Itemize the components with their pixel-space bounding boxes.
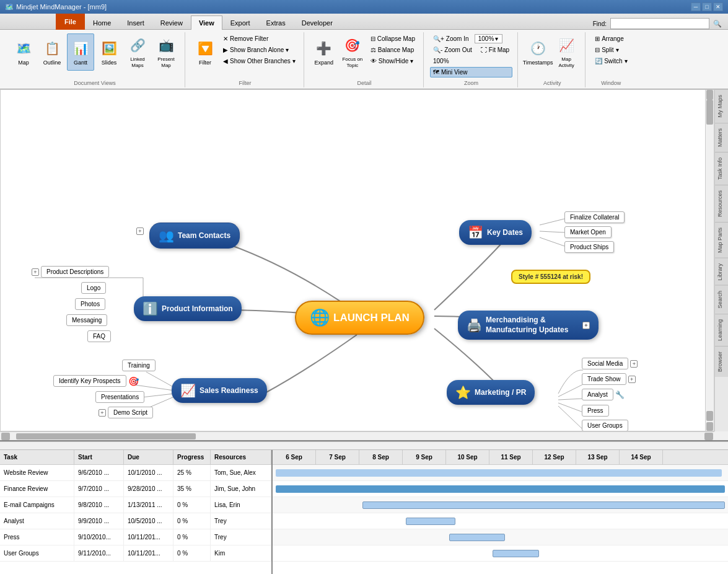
- expand-button[interactable]: ➕ Expand: [310, 33, 338, 71]
- gantt-row[interactable]: Press 9/10/2010... 10/11/201... 0 % Trey: [0, 529, 271, 545]
- progress-cell: 0 %: [173, 529, 211, 545]
- sidebar-tab-task-info[interactable]: Task Info: [715, 152, 729, 185]
- present-map-icon: 📺: [156, 35, 176, 55]
- main-area: 🌐 LAUNCH PLAN 👥 Team Contacts + 📅 Key Da…: [0, 89, 728, 574]
- mindmap-canvas[interactable]: 🌐 LAUNCH PLAN 👥 Team Contacts + 📅 Key Da…: [0, 89, 714, 431]
- zoom-in-icon: 🔍+: [433, 35, 444, 42]
- tab-home[interactable]: Home: [85, 15, 119, 29]
- map-activity-button[interactable]: 📈 Map Activity: [553, 33, 580, 71]
- zoom-buttons: 🔍+ Zoom In 100% ▾ 🔍- Zoom Out: [430, 33, 512, 77]
- balance-map-button[interactable]: ⚖ Balance Map: [367, 45, 418, 55]
- linked-maps-button[interactable]: 🔗 Linked Maps: [124, 33, 151, 71]
- central-node[interactable]: 🌐 LAUNCH PLAN: [295, 301, 424, 335]
- split-dropdown[interactable]: ▾: [616, 46, 619, 53]
- remove-filter-button[interactable]: ✕ Remove Filter: [220, 33, 299, 44]
- minimize-btn[interactable]: ─: [691, 2, 701, 11]
- outline-label: Outline: [43, 60, 61, 66]
- press-node[interactable]: Press: [582, 405, 609, 417]
- analyst-node[interactable]: Analyst 🔧: [582, 389, 625, 400]
- sidebar-tab-browser[interactable]: Browser: [715, 346, 729, 377]
- zoom-out-button[interactable]: 🔍- Zoom Out: [430, 45, 475, 55]
- canvas-scrollbar-h[interactable]: [0, 431, 714, 440]
- progress-cell: 0 %: [173, 513, 211, 529]
- user-groups-node[interactable]: User Groups: [582, 420, 628, 431]
- tab-file[interactable]: File: [56, 14, 85, 30]
- sidebar-tab-search[interactable]: Search: [715, 285, 729, 314]
- gantt-row[interactable]: E-mail Campaigns 9/8/2010 ... 1/13/2011 …: [0, 497, 271, 513]
- sidebar-tab-resources[interactable]: Resources: [715, 185, 729, 222]
- marketing-pr-node[interactable]: ⭐ Marketing / PR: [447, 380, 535, 405]
- ribbon-group-activity: 🕐 Timestamps 📈 Map Activity Activity: [519, 32, 585, 87]
- canvas-scrollbar-v[interactable]: [705, 90, 714, 431]
- gantt-row[interactable]: Website Review 9/6/2010 ... 10/1/2010 ..…: [0, 465, 271, 481]
- mini-view-button[interactable]: 🗺 Mini View: [430, 67, 512, 77]
- filter-button[interactable]: 🔽 Filter: [191, 33, 219, 71]
- arrange-button[interactable]: ⊞ Arrange: [592, 33, 630, 44]
- maximize-btn[interactable]: □: [702, 2, 712, 11]
- sidebar-tab-learning[interactable]: Learning: [715, 314, 729, 346]
- identify-key-prospects-node[interactable]: Identify Key Prospects 🎯: [53, 375, 139, 387]
- find-input[interactable]: [610, 18, 709, 29]
- find-icon[interactable]: 🔍: [713, 20, 722, 28]
- key-dates-node[interactable]: 📅 Key Dates: [459, 220, 532, 245]
- timestamps-button[interactable]: 🕐 Timestamps: [524, 33, 551, 71]
- split-button[interactable]: ⊟ Split ▾: [592, 45, 630, 55]
- 100-percent-button[interactable]: 100%: [430, 56, 512, 66]
- market-open-node[interactable]: Market Open: [564, 226, 612, 238]
- sidebar-tab-map-parts[interactable]: Map Parts: [715, 222, 729, 258]
- outline-button[interactable]: 📋 Outline: [38, 33, 66, 71]
- show-other-dropdown-icon[interactable]: ▾: [292, 58, 296, 64]
- zoom-in-button[interactable]: 🔍+ Zoom In: [430, 33, 472, 44]
- logo-node[interactable]: Logo: [81, 282, 106, 294]
- demo-script-node[interactable]: + Demo Script: [99, 407, 153, 418]
- merchandising-expand[interactable]: +: [582, 322, 590, 329]
- map-button[interactable]: 🗺️ Map: [10, 33, 37, 71]
- product-info-node[interactable]: ℹ️ Product Information: [134, 296, 242, 321]
- photos-node[interactable]: Photos: [75, 298, 105, 310]
- tab-review[interactable]: Review: [152, 15, 191, 29]
- team-contacts-node[interactable]: 👥 Team Contacts: [149, 223, 240, 249]
- gantt-top-scrollbar[interactable]: [0, 441, 728, 450]
- collapse-map-button[interactable]: ⊟ Collapse Map: [367, 33, 418, 44]
- gantt-row[interactable]: Finance Review 9/7/2010 ... 9/28/2010 ..…: [0, 481, 271, 497]
- show-other-branches-button[interactable]: ◀ Show Other Branches ▾: [220, 56, 299, 66]
- close-btn[interactable]: ✕: [713, 2, 723, 11]
- merchandising-node[interactable]: 🖨️ Merchandising & Manufacturing Updates…: [458, 311, 599, 340]
- team-contacts-expand[interactable]: +: [145, 227, 152, 235]
- sidebar-tab-library[interactable]: Library: [715, 258, 729, 286]
- tab-export[interactable]: Export: [222, 15, 258, 29]
- tab-extras[interactable]: Extras: [258, 15, 294, 29]
- tab-insert[interactable]: Insert: [119, 15, 152, 29]
- tab-view[interactable]: View: [191, 15, 222, 30]
- social-media-node[interactable]: Social Media +: [582, 358, 638, 369]
- switch-button[interactable]: 🔄 Switch ▾: [592, 56, 630, 66]
- tab-developer[interactable]: Developer: [294, 15, 341, 29]
- focus-topic-button[interactable]: 🎯 Focus on Topic: [339, 33, 366, 71]
- faq-node[interactable]: FAQ: [87, 330, 111, 342]
- product-descriptions-node[interactable]: + Product Descriptions: [32, 266, 109, 278]
- sales-readiness-node[interactable]: 📈 Sales Readiness: [172, 378, 267, 403]
- product-info-label: Product Information: [162, 304, 233, 313]
- fit-map-button[interactable]: ⛶ Fit Map: [478, 45, 512, 55]
- training-node[interactable]: Training: [122, 360, 156, 371]
- sidebar-tab-my-maps[interactable]: My Maps: [715, 89, 729, 123]
- window-controls[interactable]: ─ □ ✕: [691, 2, 723, 11]
- show-branch-alone-button[interactable]: ▶ Show Branch Alone ▾: [220, 45, 299, 55]
- zoom-dropdown[interactable]: ▾: [495, 35, 498, 42]
- document-views-content: 🗺️ Map 📋 Outline 📊 Gantt 🖼️ Slides 🔗: [10, 32, 180, 86]
- show-branch-dropdown-icon[interactable]: ▾: [286, 46, 289, 53]
- trade-show-node[interactable]: Trade Show +: [582, 373, 636, 385]
- product-ships-node[interactable]: Product Ships: [564, 241, 614, 253]
- finalize-collateral-node[interactable]: Finalize Collateral: [564, 211, 625, 223]
- show-hide-dropdown[interactable]: ▾: [410, 58, 413, 64]
- sidebar-tab-matters[interactable]: Matters: [715, 123, 729, 152]
- show-hide-button[interactable]: 👁 Show/Hide ▾: [367, 56, 418, 66]
- slides-button[interactable]: 🖼️ Slides: [95, 33, 123, 71]
- presentations-node[interactable]: Presentations: [95, 391, 144, 403]
- present-map-button[interactable]: 📺 Present Map: [152, 33, 180, 71]
- gantt-row[interactable]: User Groups 9/11/2010... 10/11/201... 0 …: [0, 545, 271, 562]
- switch-dropdown[interactable]: ▾: [625, 58, 628, 64]
- gantt-button[interactable]: 📊 Gantt: [67, 33, 94, 71]
- gantt-row[interactable]: Analyst 9/9/2010 ... 10/5/2010 ... 0 % T…: [0, 513, 271, 529]
- messaging-node[interactable]: Messaging: [66, 314, 107, 326]
